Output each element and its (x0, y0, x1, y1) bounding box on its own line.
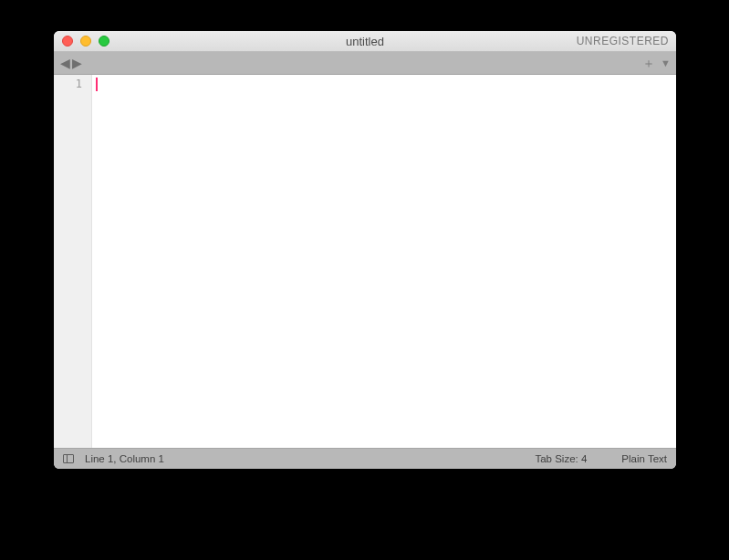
nav-forward-icon[interactable]: ▶ (71, 57, 83, 69)
tab-size-selector[interactable]: Tab Size: 4 (535, 453, 587, 464)
cursor-position[interactable]: Line 1, Column 1 (85, 453, 164, 464)
line-number[interactable]: 1 (54, 77, 91, 91)
status-bar: Line 1, Column 1 Tab Size: 4 Plain Text (54, 448, 676, 469)
titlebar[interactable]: untitled UNREGISTERED (54, 31, 676, 52)
text-cursor (96, 78, 98, 91)
editor-area: 1 (54, 75, 676, 448)
syntax-selector[interactable]: Plain Text (621, 453, 667, 464)
editor-window: untitled UNREGISTERED ◀ ▶ ＋ ▼ 1 Line 1, … (54, 31, 676, 469)
text-area[interactable] (92, 75, 676, 448)
panel-toggle-icon[interactable] (63, 454, 74, 463)
window-controls (54, 36, 109, 47)
registration-status[interactable]: UNREGISTERED (577, 35, 676, 47)
zoom-icon[interactable] (99, 36, 109, 47)
close-icon[interactable] (62, 36, 73, 47)
new-tab-icon[interactable]: ＋ (642, 57, 655, 69)
minimize-icon[interactable] (80, 36, 91, 47)
tab-dropdown-icon[interactable]: ▼ (661, 58, 671, 68)
history-nav: ◀ ▶ (59, 57, 83, 69)
line-gutter[interactable]: 1 (54, 75, 92, 448)
nav-back-icon[interactable]: ◀ (59, 57, 71, 69)
tab-bar: ◀ ▶ ＋ ▼ (54, 52, 676, 75)
